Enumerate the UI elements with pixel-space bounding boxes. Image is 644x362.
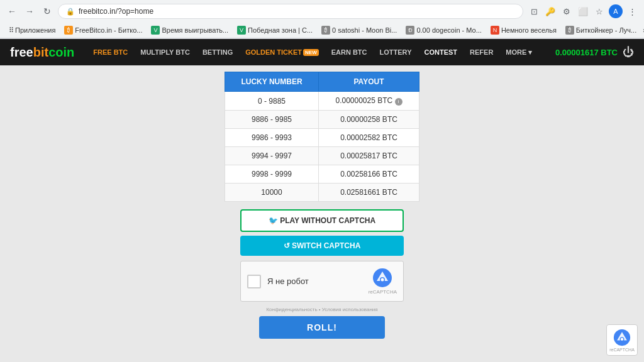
table-header-payout: PAYOUT [319, 72, 419, 92]
lock-icon: 🔒 [66, 8, 75, 16]
table-row: 9994 - 9997 0.00025817 BTC [225, 147, 419, 165]
bookmark-dogecoin[interactable]: Ð 0.00 dogecoin - Мо... [402, 25, 485, 36]
browser-chrome: ← → ↻ 🔒 freebitco.in/?op=home ⊡ 🔑 ⚙ ⬜ ☆ … [0, 0, 644, 39]
bookmark-satoshi[interactable]: ₿ 0 satoshi - Moon Bi... [318, 25, 401, 36]
switch-captcha-button[interactable]: ↺ SWITCH CAPTCHA [240, 236, 404, 256]
bookmark-favicon-7: ₿ [565, 26, 574, 35]
roll-button[interactable]: ROLL! [259, 316, 385, 339]
cast-btn[interactable]: ⬜ [576, 4, 590, 18]
table-cell-range: 9986 - 9993 [225, 129, 319, 147]
lucky-number-table: LUCKY NUMBER PAYOUT 0 - 9885 0.00000025 … [225, 72, 419, 202]
url-text: freebitco.in/?op=home [79, 7, 153, 16]
browser-toolbar: ← → ↻ 🔒 freebitco.in/?op=home ⊡ 🔑 ⚙ ⬜ ☆ … [0, 0, 644, 23]
logo-bitcoin: bit [33, 45, 48, 59]
key-btn[interactable]: 🔑 [543, 4, 557, 18]
nav-betting[interactable]: BETTING [196, 39, 239, 65]
nav-refer[interactable]: REFER [464, 39, 499, 65]
nav-badge-new: NEW [303, 49, 319, 56]
table-row: 0 - 9885 0.00000025 BTC i [225, 92, 419, 111]
nav-free-btc[interactable]: FREE BTC [87, 39, 134, 65]
table-row: 10000 0.02581661 BTC [225, 184, 419, 202]
nav-more[interactable]: MORE ▾ [499, 39, 538, 65]
more-btn[interactable]: ⋮ [625, 4, 639, 18]
table-cell-payout: 0.00025817 BTC [319, 147, 419, 165]
bookmark-label-2: Время выигрывать... [162, 26, 228, 34]
table-cell-range: 10000 [225, 184, 319, 202]
recaptcha-corner-badge: reCAPTCHA [606, 324, 638, 356]
bookmark-label-1: FreeBitco.in - Битко... [75, 26, 142, 34]
nav-golden-ticket[interactable]: GOLDEN TICKET NEW [239, 39, 325, 65]
site-logo[interactable]: freebitcoin [10, 45, 74, 60]
table-row: 9986 - 9993 0.00002582 BTC [225, 129, 419, 147]
screen-btn[interactable]: ⊡ [527, 4, 541, 18]
site-navbar: freebitcoin FREE BTC MULTIPLY BTC BETTIN… [0, 39, 644, 65]
table-header-lucky: LUCKY NUMBER [225, 72, 319, 92]
logo-free: free [10, 45, 33, 59]
nav-multiply-btc[interactable]: MULTIPLY BTC [134, 39, 196, 65]
recaptcha-privacy: Конфиденциальность • Условия использован… [240, 307, 404, 312]
recaptcha-corner-text: reCAPTCHA [609, 348, 635, 352]
avatar[interactable]: A [609, 4, 623, 18]
bookmark-star[interactable]: ☆ [592, 4, 606, 18]
svg-point-2 [381, 278, 384, 282]
recaptcha-brand: reCAPTCHA [369, 289, 397, 295]
table-cell-range: 9886 - 9985 [225, 111, 319, 129]
nav-earn-btc[interactable]: EARN BTC [325, 39, 374, 65]
power-icon[interactable]: ⏻ [623, 46, 634, 59]
table-cell-range: 9994 - 9997 [225, 147, 319, 165]
bookmark-favicon-5: Ð [406, 26, 414, 35]
bookmark-favicon-4: ₿ [321, 26, 330, 35]
forward-button[interactable]: → [23, 4, 36, 18]
svg-point-5 [621, 337, 623, 340]
table-cell-payout: 0.00258166 BTC [319, 165, 419, 184]
bookmark-label-6: Немного веселья [501, 26, 557, 34]
bookmark-freebitcoin[interactable]: ₿ FreeBitco.in - Битко... [60, 25, 146, 36]
bookmark-favicon-1: ₿ [64, 26, 73, 35]
table-row: 9998 - 9999 0.00258166 BTC [225, 165, 419, 184]
bookmark-label-4: 0 satoshi - Moon Bi... [332, 26, 397, 34]
main-content: LUCKY NUMBER PAYOUT 0 - 9885 0.00000025 … [0, 65, 644, 362]
bookmark-label-3: Победная зона | С... [248, 26, 313, 34]
bookmark-favicon-3: V [237, 26, 246, 35]
recaptcha-logo-icon [372, 268, 392, 288]
table-row: 9886 - 9985 0.00000258 BTC [225, 111, 419, 129]
bookmark-favicon-6: N [491, 26, 499, 35]
bookmark-label-5: 0.00 dogecoin - Мо... [416, 26, 481, 34]
apps-button[interactable]: ⠿ Приложения [5, 25, 59, 36]
bookmark-label-7: Биткойнкер - Луч... [576, 26, 636, 34]
recaptcha-label: Я не робот [267, 277, 362, 286]
nav-balance: 0.00001617 BTC [555, 48, 618, 57]
nav-lottery[interactable]: LOTTERY [374, 39, 418, 65]
address-bar[interactable]: 🔒 freebitco.in/?op=home [58, 4, 523, 19]
logo-coin: coin [48, 45, 74, 59]
recaptcha-checkbox[interactable] [247, 275, 261, 288]
bookmark-fun[interactable]: N Немного веселья [487, 25, 560, 36]
bookmark-bitcoinker[interactable]: ₿ Биткойнкер - Луч... [562, 25, 640, 36]
nav-contest[interactable]: CONTEST [418, 39, 464, 65]
table-cell-payout: 0.00002582 BTC [319, 129, 419, 147]
recaptcha-corner-icon [613, 329, 631, 346]
table-cell-range: 9998 - 9999 [225, 165, 319, 184]
recaptcha-logo: reCAPTCHA [369, 268, 397, 295]
apps-label: Приложения [15, 26, 55, 34]
bookmark-vremya[interactable]: V Время выигрывать... [147, 25, 232, 36]
refresh-button[interactable]: ↻ [40, 4, 54, 18]
back-button[interactable]: ← [5, 4, 19, 18]
info-icon[interactable]: i [395, 98, 402, 106]
settings-btn[interactable]: ⚙ [560, 4, 574, 18]
bookmarks-bar: ⠿ Приложения ₿ FreeBitco.in - Битко... V… [0, 23, 644, 38]
apps-grid-icon: ⠿ [9, 26, 14, 35]
bookmark-pobednaya[interactable]: V Победная зона | С... [233, 25, 316, 36]
play-without-captcha-button[interactable]: 🐦 PLAY WITHOUT CAPTCHA [240, 209, 404, 232]
table-cell-payout: 0.00000025 BTC i [319, 92, 419, 111]
table-cell-range: 0 - 9885 [225, 92, 319, 111]
browser-actions: ⊡ 🔑 ⚙ ⬜ ☆ A ⋮ [527, 4, 639, 18]
bookmark-favicon-2: V [151, 26, 160, 35]
table-cell-payout: 0.02581661 BTC [319, 184, 419, 202]
table-cell-payout: 0.00000258 BTC [319, 111, 419, 129]
recaptcha-widget[interactable]: Я не робот reCAPTCHA [240, 261, 404, 302]
nav-links: FREE BTC MULTIPLY BTC BETTING GOLDEN TIC… [87, 39, 555, 65]
